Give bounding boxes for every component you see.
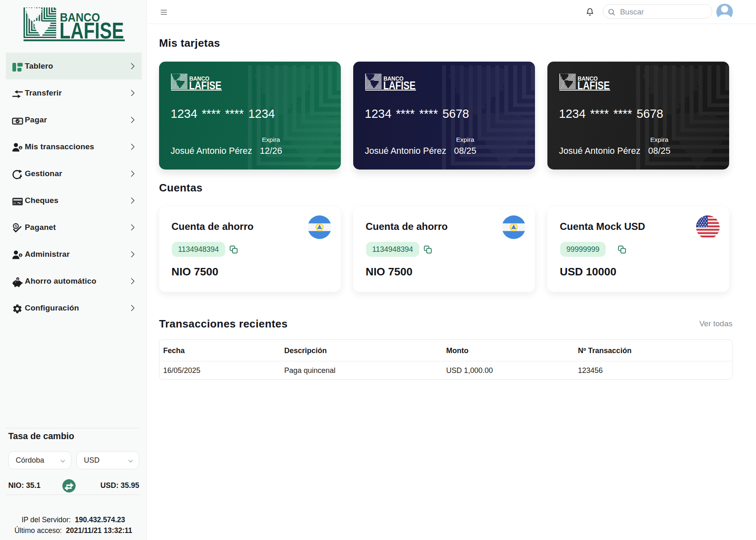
svg-text:LAFISE: LAFISE (189, 79, 221, 91)
svg-text:LAFISE: LAFISE (59, 18, 124, 41)
svg-text:S: S (14, 224, 17, 228)
svg-text:$: $ (20, 146, 21, 149)
svg-text:$: $ (20, 253, 21, 257)
svg-text:LAFISE: LAFISE (578, 79, 610, 91)
svg-text:@: @ (17, 278, 19, 280)
svg-text:LAFISE: LAFISE (383, 79, 416, 91)
